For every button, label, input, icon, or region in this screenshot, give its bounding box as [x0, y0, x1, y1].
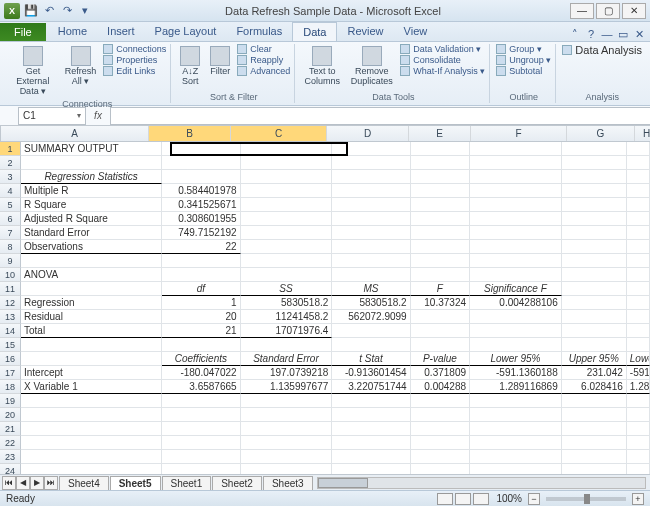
cell-G22[interactable] — [562, 436, 627, 450]
tab-view[interactable]: View — [394, 22, 438, 41]
ribbon-minimize-icon[interactable]: ˄ — [568, 27, 582, 41]
cell-B2[interactable] — [162, 156, 240, 170]
cell-C14[interactable]: 17071976.4 — [241, 324, 333, 338]
cell-H3[interactable] — [627, 170, 650, 184]
cell-D7[interactable] — [332, 226, 410, 240]
row-header-16[interactable]: 16 — [0, 352, 21, 366]
cell-F10[interactable] — [470, 268, 562, 282]
cell-E21[interactable] — [411, 422, 470, 436]
cell-E9[interactable] — [411, 254, 470, 268]
zoom-in-button[interactable]: + — [632, 493, 644, 505]
ungroup-button[interactable]: Ungroup ▾ — [496, 55, 551, 65]
cell-B9[interactable] — [162, 254, 240, 268]
cell-B22[interactable] — [162, 436, 240, 450]
cell-E19[interactable] — [411, 394, 470, 408]
cell-F7[interactable] — [470, 226, 562, 240]
cell-B20[interactable] — [162, 408, 240, 422]
cell-H22[interactable] — [627, 436, 650, 450]
row-header-8[interactable]: 8 — [0, 240, 21, 254]
cell-F17[interactable]: -591.1360188 — [470, 366, 562, 380]
horizontal-scrollbar[interactable] — [317, 477, 646, 489]
cell-G4[interactable] — [562, 184, 627, 198]
page-layout-view-button[interactable] — [455, 493, 471, 505]
cell-G3[interactable] — [562, 170, 627, 184]
cell-D13[interactable]: 562072.9099 — [332, 310, 410, 324]
cell-H12[interactable] — [627, 296, 650, 310]
cell-H7[interactable] — [627, 226, 650, 240]
group-button[interactable]: Group ▾ — [496, 44, 551, 54]
row-header-14[interactable]: 14 — [0, 324, 21, 338]
help-icon[interactable]: ? — [584, 27, 598, 41]
close-button[interactable]: ✕ — [622, 3, 646, 19]
properties-button[interactable]: Properties — [103, 55, 166, 65]
cell-C12[interactable]: 5830518.2 — [241, 296, 333, 310]
cell-E24[interactable] — [411, 464, 470, 474]
data-validation-button[interactable]: Data Validation ▾ — [400, 44, 485, 54]
subtotal-button[interactable]: Subtotal — [496, 66, 551, 76]
connections-button[interactable]: Connections — [103, 44, 166, 54]
column-header-B[interactable]: B — [149, 126, 231, 141]
cell-E20[interactable] — [411, 408, 470, 422]
save-icon[interactable]: 💾 — [24, 4, 38, 18]
column-header-G[interactable]: G — [567, 126, 635, 141]
cell-C8[interactable] — [241, 240, 333, 254]
cell-G6[interactable] — [562, 212, 627, 226]
row-header-3[interactable]: 3 — [0, 170, 21, 184]
sheet-tab-sheet3[interactable]: Sheet3 — [263, 476, 313, 490]
cell-G7[interactable] — [562, 226, 627, 240]
cell-F8[interactable] — [470, 240, 562, 254]
cell-F21[interactable] — [470, 422, 562, 436]
maximize-button[interactable]: ▢ — [596, 3, 620, 19]
cell-D24[interactable] — [332, 464, 410, 474]
cell-C5[interactable] — [241, 198, 333, 212]
row-header-11[interactable]: 11 — [0, 282, 21, 296]
cell-B3[interactable] — [162, 170, 240, 184]
workbook-restore-button[interactable]: ▭ — [616, 27, 630, 41]
cell-A21[interactable] — [21, 422, 162, 436]
cell-B16[interactable]: Coefficients — [162, 352, 240, 366]
cell-C4[interactable] — [241, 184, 333, 198]
cell-D6[interactable] — [332, 212, 410, 226]
clear-filter-button[interactable]: Clear — [237, 44, 290, 54]
cell-E4[interactable] — [411, 184, 470, 198]
cell-B13[interactable]: 20 — [162, 310, 240, 324]
cell-C9[interactable] — [241, 254, 333, 268]
cell-H10[interactable] — [627, 268, 650, 282]
cell-E3[interactable] — [411, 170, 470, 184]
row-header-21[interactable]: 21 — [0, 422, 21, 436]
cell-B18[interactable]: 3.6587665 — [162, 380, 240, 394]
cell-H24[interactable] — [627, 464, 650, 474]
spreadsheet-grid[interactable]: ABCDEFGH 1SUMMARY OUTPUT23Regression Sta… — [0, 126, 650, 474]
cell-B5[interactable]: 0.341525671 — [162, 198, 240, 212]
cell-C13[interactable]: 11241458.2 — [241, 310, 333, 324]
cell-D18[interactable]: 3.220751744 — [332, 380, 410, 394]
cell-B7[interactable]: 749.7152192 — [162, 226, 240, 240]
cell-G24[interactable] — [562, 464, 627, 474]
text-to-columns-button[interactable]: Text to Columns — [301, 44, 343, 89]
column-header-C[interactable]: C — [231, 126, 327, 141]
row-header-17[interactable]: 17 — [0, 366, 21, 380]
cell-H21[interactable] — [627, 422, 650, 436]
row-header-13[interactable]: 13 — [0, 310, 21, 324]
workbook-minimize-button[interactable]: — — [600, 27, 614, 41]
cell-D3[interactable] — [332, 170, 410, 184]
cell-A19[interactable] — [21, 394, 162, 408]
cell-B8[interactable]: 22 — [162, 240, 240, 254]
row-header-4[interactable]: 4 — [0, 184, 21, 198]
cell-D17[interactable]: -0.913601454 — [332, 366, 410, 380]
tab-data[interactable]: Data — [292, 22, 337, 41]
cell-A16[interactable] — [21, 352, 162, 366]
row-header-1[interactable]: 1 — [0, 142, 21, 156]
cell-E18[interactable]: 0.004288 — [411, 380, 470, 394]
cell-D11[interactable]: MS — [332, 282, 410, 296]
column-header-A[interactable]: A — [1, 126, 149, 141]
cell-A10[interactable]: ANOVA — [21, 268, 162, 282]
cell-B17[interactable]: -180.047022 — [162, 366, 240, 380]
cell-A5[interactable]: R Square — [21, 198, 162, 212]
cell-G11[interactable] — [562, 282, 627, 296]
formula-input[interactable] — [110, 107, 650, 125]
cell-E15[interactable] — [411, 338, 470, 352]
row-header-6[interactable]: 6 — [0, 212, 21, 226]
cell-D8[interactable] — [332, 240, 410, 254]
row-header-23[interactable]: 23 — [0, 450, 21, 464]
